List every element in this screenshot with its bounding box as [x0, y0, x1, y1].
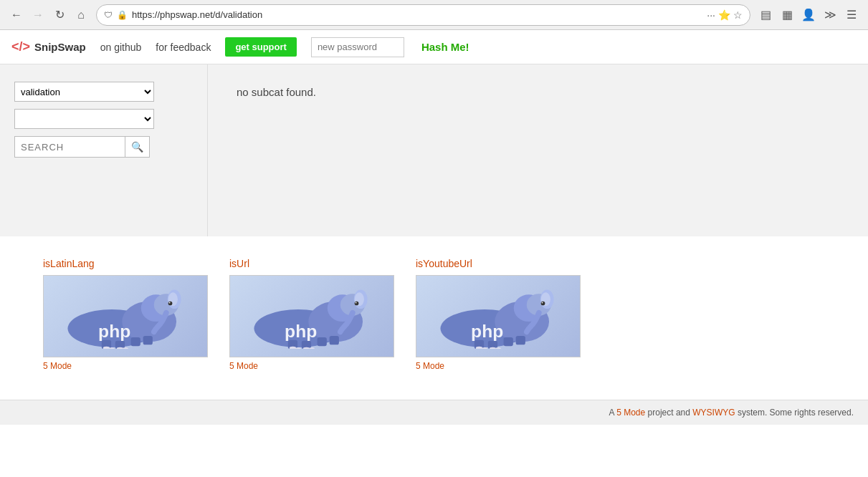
reload-button[interactable]: ↻	[50, 6, 69, 24]
snippet-meta-0: 5 Mode	[43, 361, 208, 371]
library-icon[interactable]: ▤	[756, 6, 775, 24]
footer-text-prefix: A	[609, 408, 617, 418]
logo-text: SnipSwap	[34, 41, 86, 53]
svg-rect-28	[330, 336, 339, 344]
snippet-meta-2: 5 Mode	[416, 361, 581, 371]
address-bar[interactable]: 🛡 🔒 https://phpswap.net/d/validation ···…	[96, 4, 750, 26]
shield-icon: 🛡	[104, 10, 113, 20]
footer: A 5 Mode project and WYSIWYG system. Som…	[0, 400, 868, 425]
bookmark-icon[interactable]: ☆	[733, 9, 743, 21]
reader-view-icon[interactable]: ▦	[778, 6, 796, 24]
feedback-link[interactable]: for feedback	[156, 42, 211, 53]
menu-icon[interactable]: ☰	[842, 6, 861, 24]
sidebar: validation 🔍	[0, 64, 208, 236]
forward-button[interactable]: →	[29, 6, 47, 24]
svg-point-40	[541, 301, 545, 305]
search-input[interactable]	[14, 136, 125, 158]
logo[interactable]: </> SnipSwap	[11, 39, 86, 54]
hash-me-button[interactable]: Hash Me!	[421, 41, 469, 53]
php-logo-svg-0: php	[57, 284, 194, 349]
snippet-mode-link-2[interactable]: 5 Mode	[416, 361, 444, 371]
snippet-card-2: isYoutubeUrl php	[416, 258, 581, 371]
footer-wysiwyg-link[interactable]: WYSIWYG	[692, 408, 735, 418]
subcat-select[interactable]	[14, 109, 154, 129]
footer-text-middle: project and	[645, 408, 692, 418]
snippet-card: isLatinLang	[43, 258, 208, 371]
snippet-thumbnail-0[interactable]: php	[43, 275, 208, 357]
extensions-icon[interactable]: ≫	[821, 6, 839, 24]
github-link[interactable]: on github	[100, 42, 142, 53]
get-support-button[interactable]: get support	[225, 37, 297, 57]
svg-point-41	[542, 302, 543, 303]
snippet-mode-link-1[interactable]: 5 Mode	[229, 361, 258, 371]
logo-icon: </>	[11, 39, 30, 54]
snippet-meta-1: 5 Mode	[229, 361, 394, 371]
footer-mode-link[interactable]: 5 Mode	[616, 408, 645, 418]
main-content: validation 🔍 no subcat found.	[0, 64, 868, 236]
php-logo-svg-1: php	[244, 284, 380, 349]
subcat-area: no subcat found.	[208, 64, 868, 236]
app-header: </> SnipSwap on github for feedback get …	[0, 30, 868, 64]
browser-chrome: ← → ↻ ⌂ 🛡 🔒 https://phpswap.net/d/valida…	[0, 0, 868, 30]
svg-text:php: php	[471, 321, 503, 340]
svg-point-7	[169, 302, 171, 303]
svg-rect-27	[318, 337, 327, 345]
snippet-title-0[interactable]: isLatinLang	[43, 258, 208, 269]
more-icon[interactable]: ···	[707, 9, 715, 21]
nav-buttons: ← → ↻ ⌂	[7, 6, 90, 24]
snippet-card-1: isUrl php	[229, 258, 394, 371]
svg-text:php: php	[98, 321, 130, 340]
home-button[interactable]: ⌂	[72, 6, 90, 24]
svg-point-23	[355, 301, 359, 305]
snippet-title-1[interactable]: isUrl	[229, 258, 394, 269]
search-row: 🔍	[14, 136, 193, 158]
snippets-section: isLatinLang	[0, 236, 868, 400]
account-icon[interactable]: 👤	[799, 6, 818, 24]
svg-rect-10	[131, 337, 140, 345]
address-actions: ··· ⭐ ☆	[707, 9, 743, 21]
footer-text-suffix: system. Some rights reserved.	[735, 408, 854, 418]
lock-icon: 🔒	[117, 10, 128, 20]
category-select[interactable]: validation	[14, 82, 154, 102]
snippets-grid: isLatinLang	[43, 258, 825, 371]
svg-point-24	[356, 302, 357, 303]
browser-toolbar-right: ▤ ▦ 👤 ≫ ☰	[756, 6, 861, 24]
snippet-title-2[interactable]: isYoutubeUrl	[416, 258, 581, 269]
no-subcat-message: no subcat found.	[237, 86, 316, 98]
svg-point-6	[168, 301, 173, 305]
back-button[interactable]: ←	[7, 6, 26, 24]
search-icon: 🔍	[131, 141, 143, 153]
url-text: https://phpswap.net/d/validation	[132, 9, 702, 20]
snippet-thumbnail-2[interactable]: php	[416, 275, 581, 357]
svg-rect-45	[516, 336, 525, 344]
search-button[interactable]: 🔍	[125, 136, 150, 158]
svg-rect-44	[504, 337, 513, 345]
php-logo-svg-2: php	[430, 284, 566, 349]
snippet-thumbnail-1[interactable]: php	[229, 275, 394, 357]
svg-rect-11	[143, 336, 153, 344]
snippet-mode-link-0[interactable]: 5 Mode	[43, 361, 72, 371]
password-input[interactable]	[311, 37, 404, 57]
pocket-icon[interactable]: ⭐	[718, 9, 730, 21]
svg-text:php: php	[285, 321, 317, 340]
